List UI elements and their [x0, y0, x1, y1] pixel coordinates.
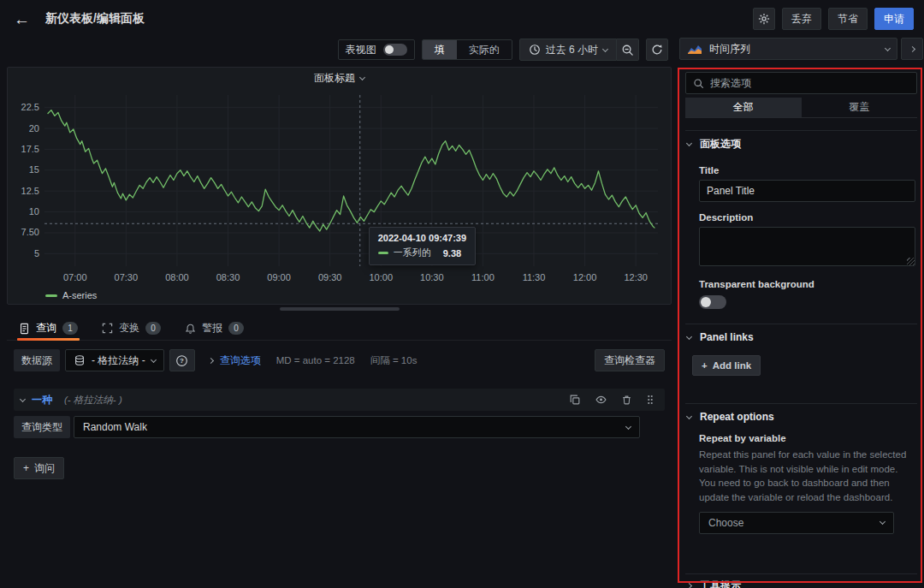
- chevron-down-icon: [686, 413, 692, 419]
- panel-title-menu[interactable]: 面板标题: [8, 68, 671, 88]
- apply-button[interactable]: 申请: [874, 8, 914, 30]
- tab-all[interactable]: 全部: [685, 98, 802, 117]
- query-editor: 数据源 - 格拉法纳 - ? 查询选项 MD = auto = 2128 间隔 …: [7, 341, 672, 479]
- query-options-label: 查询选项: [220, 353, 261, 368]
- repeat-options-title: Repeat options: [700, 411, 774, 423]
- chevron-down-icon: [885, 45, 891, 50]
- repeat-by-variable-label: Repeat by variable: [699, 433, 917, 443]
- table-view-switch[interactable]: [383, 44, 407, 56]
- table-view-toggle[interactable]: 表视图: [338, 39, 415, 60]
- tab-alert[interactable]: 警报 0: [183, 317, 246, 340]
- chevron-down-icon: [686, 140, 692, 146]
- tab-alert-label: 警报: [202, 321, 222, 336]
- zoom-out-icon: [621, 44, 634, 56]
- add-query-label: 询问: [34, 461, 55, 476]
- chevron-right-icon: [686, 583, 692, 588]
- query-type-select[interactable]: Random Walk: [74, 416, 640, 438]
- drag-handle-icon[interactable]: [643, 392, 658, 407]
- description-field-label: Description: [699, 212, 917, 223]
- section-panel-options: 面板选项 Title Description Transparent backg…: [685, 130, 917, 324]
- transform-tab-icon: [102, 323, 113, 334]
- query-row-header[interactable]: 一种 (- 格拉法纳- ): [14, 389, 665, 411]
- chart-legend-item[interactable]: A-series: [45, 287, 671, 304]
- actual-option[interactable]: 实际的: [457, 40, 512, 59]
- time-range-picker[interactable]: 过去 6 小时: [519, 39, 617, 61]
- repeat-by-variable-description: Repeat this panel for each value in the …: [699, 448, 909, 505]
- options-pane-collapse-button[interactable]: [901, 38, 923, 60]
- duplicate-query-button[interactable]: [566, 392, 584, 407]
- query-refid[interactable]: 一种: [32, 393, 52, 407]
- options-tabs: 全部 覆盖: [685, 98, 917, 118]
- transform-count-badge: 0: [145, 322, 161, 335]
- save-button[interactable]: 节省: [828, 8, 868, 30]
- panel-toolbar: 表视图 填 实际的 过去 6 小时: [0, 38, 678, 62]
- transparent-background-toggle[interactable]: [699, 295, 726, 309]
- plus-icon: +: [23, 462, 29, 474]
- refresh-icon: [651, 44, 663, 56]
- options-search-input[interactable]: [710, 77, 909, 89]
- plus-icon: +: [702, 360, 708, 371]
- chevron-down-icon: [625, 423, 631, 429]
- panel-resize-handle[interactable]: [280, 307, 400, 311]
- chevron-down-icon: [20, 395, 26, 401]
- repeat-variable-value: Choose: [708, 517, 880, 529]
- query-options-toggle[interactable]: 查询选项: [209, 353, 261, 368]
- add-query-button[interactable]: + 询问: [14, 457, 64, 479]
- tab-query[interactable]: 查询 1: [17, 317, 80, 340]
- datasource-value: - 格拉法纳 -: [92, 353, 145, 368]
- query-tab-icon: [19, 323, 30, 335]
- gear-icon: [758, 13, 770, 25]
- query-count-badge: 1: [62, 322, 78, 335]
- panel-links-header[interactable]: Panel links: [685, 324, 917, 350]
- chart-panel: 面板标题 57.501012.51517.52022.507:0007:3008…: [7, 67, 672, 305]
- refresh-button[interactable]: [646, 39, 668, 61]
- add-link-label: Add link: [713, 360, 751, 371]
- fill-option[interactable]: 填: [423, 40, 457, 59]
- back-button[interactable]: ←: [10, 9, 33, 29]
- svg-text:15: 15: [29, 164, 39, 175]
- chevron-down-icon: [686, 333, 692, 339]
- hide-query-button[interactable]: [591, 392, 611, 407]
- repeat-options-header[interactable]: Repeat options: [685, 404, 917, 430]
- visualization-picker[interactable]: 时间序列: [679, 38, 897, 60]
- panel-description-input[interactable]: [699, 227, 915, 266]
- settings-button[interactable]: [753, 8, 775, 30]
- discard-button[interactable]: 丢弃: [782, 8, 821, 30]
- svg-text:10: 10: [29, 206, 39, 217]
- datasource-picker[interactable]: - 格拉法纳 -: [65, 349, 164, 371]
- legend-series-label: A-series: [62, 290, 97, 300]
- timeseries-svg: 57.501012.51517.52022.507:0007:3008:0008…: [10, 88, 668, 287]
- edit-area: 面板标题 57.501012.51517.52022.507:0007:3008…: [0, 62, 678, 588]
- chart-tooltip: 2022-04-10 09:47:39 一系列的 9.38: [369, 227, 476, 265]
- svg-text:09:00: 09:00: [267, 272, 291, 282]
- svg-text:5: 5: [34, 248, 39, 258]
- chevron-down-icon: [880, 519, 886, 525]
- svg-text:20: 20: [29, 123, 39, 134]
- add-link-button[interactable]: + Add link: [692, 355, 761, 376]
- chevron-down-icon: [359, 74, 365, 80]
- delete-query-button[interactable]: [618, 392, 636, 407]
- tab-overrides[interactable]: 覆盖: [802, 98, 918, 117]
- viz-toolbar: 时间序列: [678, 38, 924, 62]
- collapsed-sections: 工具提示 传奇 图表样式 轴: [685, 573, 917, 588]
- svg-text:17.5: 17.5: [21, 144, 39, 154]
- search-icon: [693, 78, 704, 89]
- panel-options-header[interactable]: 面板选项: [685, 131, 917, 157]
- tooltip-section-header[interactable]: 工具提示: [685, 574, 917, 588]
- datasource-label: 数据源: [14, 349, 60, 371]
- question-circle-icon: ?: [175, 354, 188, 367]
- zoom-out-button[interactable]: [617, 39, 639, 61]
- chevron-down-icon: [602, 45, 608, 51]
- title-field-label: Title: [699, 165, 917, 175]
- svg-text:07:30: 07:30: [115, 272, 139, 282]
- panel-title-input[interactable]: [699, 180, 915, 202]
- time-series-chart[interactable]: 57.501012.51517.52022.507:0007:3008:0008…: [10, 88, 668, 287]
- fill-actual-segment: 填 实际的: [422, 39, 512, 60]
- datasource-help-button[interactable]: ?: [169, 349, 195, 371]
- repeat-variable-select[interactable]: Choose: [699, 512, 894, 534]
- tab-transform[interactable]: 变换 0: [100, 317, 163, 340]
- chevron-right-icon: [208, 357, 214, 363]
- tooltip-timestamp: 2022-04-10 09:47:39: [378, 233, 466, 243]
- query-inspector-button[interactable]: 查询检查器: [595, 349, 665, 371]
- svg-text:?: ?: [180, 357, 184, 365]
